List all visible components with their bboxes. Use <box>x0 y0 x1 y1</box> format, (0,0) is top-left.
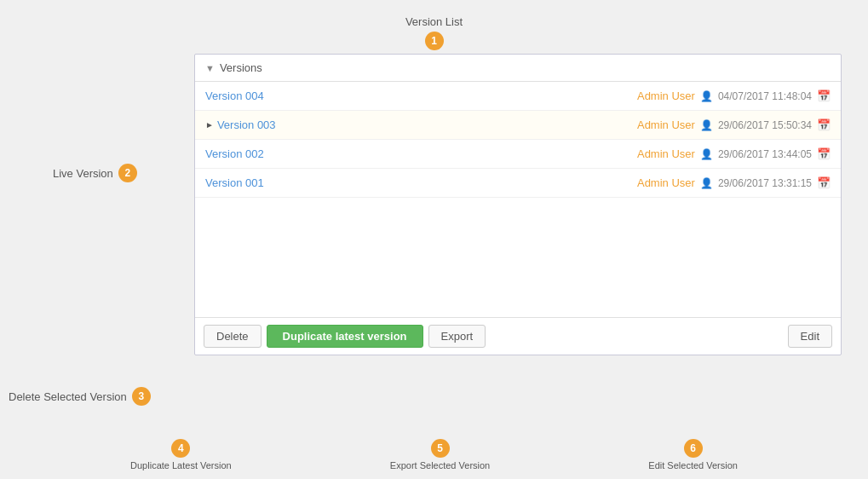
panel-header: ▼ Versions <box>195 55 841 82</box>
title-area: Version List 1 <box>0 0 868 50</box>
user-name-001: Admin User <box>637 176 695 189</box>
row-meta-002: Admin User 👤 29/06/2017 13:44:05 📅 <box>637 147 831 160</box>
calendar-icon-003[interactable]: 📅 <box>817 118 831 131</box>
empty-space <box>195 198 841 317</box>
page-title: Version List <box>0 15 868 28</box>
delete-version-label-area: Delete Selected Version 3 <box>9 387 151 406</box>
versions-list: Version 004 Admin User 👤 04/07/2017 11:4… <box>195 82 841 317</box>
row-meta-001: Admin User 👤 29/06/2017 13:31:15 📅 <box>637 176 831 189</box>
badge-3: 3 <box>132 387 151 406</box>
date-001: 29/06/2017 13:31:15 <box>718 177 812 189</box>
page-container: Version List 1 Live Version 2 Delete Sel… <box>0 0 868 479</box>
live-arrow-icon: ► <box>205 120 214 130</box>
main-panel: ▼ Versions Version 004 Admin User 👤 04/0… <box>194 54 842 355</box>
button-bar: Delete Duplicate latest version Export E… <box>195 317 841 355</box>
user-icon-004: 👤 <box>700 90 713 102</box>
calendar-icon-001[interactable]: 📅 <box>817 176 831 189</box>
table-row: ► Version 003 Admin User 👤 29/06/2017 15… <box>195 111 841 140</box>
annotation-4: 4 Duplicate Latest Version <box>130 439 232 470</box>
edit-button[interactable]: Edit <box>788 325 832 348</box>
delete-button[interactable]: Delete <box>204 325 262 348</box>
live-version-label-area: Live Version 2 <box>53 164 137 182</box>
live-version-text: Live Version <box>53 167 113 180</box>
row-meta-004: Admin User 👤 04/07/2017 11:48:04 📅 <box>637 89 831 102</box>
badge-4: 4 <box>171 439 190 458</box>
versions-header-label: Versions <box>220 61 262 74</box>
version-link-001[interactable]: Version 001 <box>205 176 308 189</box>
table-row: Version 002 Admin User 👤 29/06/2017 13:4… <box>195 140 841 169</box>
user-name-003: Admin User <box>637 118 695 131</box>
table-row: Version 004 Admin User 👤 04/07/2017 11:4… <box>195 82 841 111</box>
date-004: 04/07/2017 11:48:04 <box>718 90 812 102</box>
annotation-5: 5 Export Selected Version <box>390 439 490 470</box>
user-icon-001: 👤 <box>700 177 713 189</box>
annotation-4-label: Duplicate Latest Version <box>130 460 232 470</box>
badge-6: 6 <box>684 439 703 458</box>
version-link-004[interactable]: Version 004 <box>205 89 308 102</box>
calendar-icon-002[interactable]: 📅 <box>817 147 831 160</box>
panel-box: ▼ Versions Version 004 Admin User 👤 04/0… <box>194 54 842 355</box>
version-link-003[interactable]: Version 003 <box>217 118 319 131</box>
badge-1: 1 <box>425 32 444 50</box>
calendar-icon-004[interactable]: 📅 <box>817 89 831 102</box>
badge-2: 2 <box>118 164 137 182</box>
user-name-002: Admin User <box>637 147 695 160</box>
annotation-6: 6 Edit Selected Version <box>648 439 738 470</box>
annotation-5-label: Export Selected Version <box>390 460 490 470</box>
delete-version-text: Delete Selected Version <box>9 390 127 403</box>
user-icon-003: 👤 <box>700 119 713 131</box>
user-icon-002: 👤 <box>700 148 713 160</box>
date-002: 29/06/2017 13:44:05 <box>718 148 812 160</box>
date-003: 29/06/2017 15:50:34 <box>718 119 812 131</box>
bottom-annotations: 4 Duplicate Latest Version 5 Export Sele… <box>0 439 868 470</box>
chevron-down-icon: ▼ <box>205 63 215 73</box>
table-row: Version 001 Admin User 👤 29/06/2017 13:3… <box>195 169 841 198</box>
annotation-6-label: Edit Selected Version <box>648 460 738 470</box>
export-button[interactable]: Export <box>428 325 486 348</box>
user-name-004: Admin User <box>637 89 695 102</box>
duplicate-button[interactable]: Duplicate latest version <box>267 325 423 348</box>
version-link-002[interactable]: Version 002 <box>205 147 308 160</box>
badge-5: 5 <box>431 439 450 458</box>
row-meta-003: Admin User 👤 29/06/2017 15:50:34 📅 <box>637 118 831 131</box>
